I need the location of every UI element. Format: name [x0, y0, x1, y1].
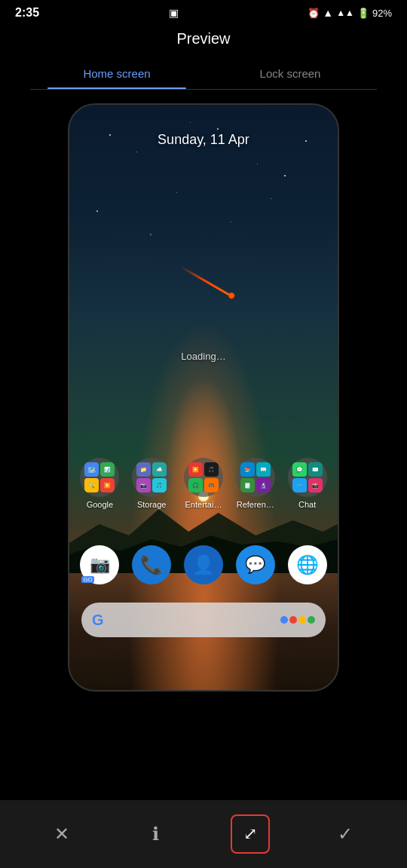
expand-icon: ⤢	[243, 824, 257, 844]
google-dots	[280, 616, 315, 624]
app-label-google: Google	[87, 500, 113, 509]
camera-icon: 📷	[90, 555, 110, 575]
app-label-reference: Referen…	[237, 500, 274, 509]
header: Preview	[0, 23, 407, 60]
loading-text: Loading…	[69, 351, 338, 362]
dot-green	[308, 616, 315, 624]
dot-red	[289, 616, 297, 624]
app-chrome[interactable]: 🌐	[285, 545, 330, 584]
close-button[interactable]: ✕	[43, 815, 81, 853]
app-google[interactable]: 🗺️ 📊 🔍 ▶️ Google	[77, 458, 122, 509]
signal-icon: ▲▲	[336, 8, 354, 18]
phone-preview: Sunday, 11 Apr Loading… 🗺️ 📊 🔍 ▶️ Google…	[68, 103, 339, 692]
dot-blue	[280, 616, 288, 624]
app-label-entertainment: Entertai…	[185, 500, 222, 509]
expand-button[interactable]: ⤢	[231, 814, 270, 854]
battery-percent: 92%	[372, 8, 392, 19]
close-icon: ✕	[54, 824, 69, 845]
app-messages[interactable]: 💬	[233, 545, 278, 584]
status-screen-icon: ▣	[169, 7, 179, 19]
app-row-2: 📷 GO 📞 👤 💬 🌐	[77, 545, 330, 584]
chrome-icon: 🌐	[296, 554, 319, 575]
alarm-icon: ⏰	[308, 8, 320, 19]
battery-icon: 🔋	[357, 8, 369, 19]
contacts-icon: 👤	[192, 554, 215, 575]
tab-home-screen[interactable]: Home screen	[30, 60, 204, 89]
dot-yellow	[298, 616, 306, 624]
app-entertainment[interactable]: ▶️ 🎵 🎧 🎮 Entertai…	[181, 458, 226, 509]
info-icon: ℹ	[152, 824, 159, 845]
app-reference[interactable]: 📚 📖 🗒️ 🔬 Referen…	[233, 458, 278, 509]
confirm-button[interactable]: ✓	[326, 815, 364, 853]
google-g-logo: G	[92, 612, 104, 629]
app-chat[interactable]: 💬 ✉️ 🐦 📸 Chat	[285, 458, 330, 509]
info-button[interactable]: ℹ	[137, 815, 175, 853]
bottom-nav: ✕ ℹ ⤢ ✓	[0, 800, 407, 868]
page-title: Preview	[176, 30, 230, 47]
check-icon: ✓	[338, 824, 353, 845]
messages-icon: 💬	[245, 555, 265, 575]
tabs-container: Home screen Lock screen	[30, 60, 377, 90]
app-camera[interactable]: 📷 GO	[77, 545, 122, 584]
phone-date: Sunday, 11 Apr	[69, 132, 338, 148]
app-row-1: 🗺️ 📊 🔍 ▶️ Google 📁 ☁️ 📷 🎵 Storage ▶️ 🎵 🎧	[77, 458, 330, 509]
phone-icon: 📞	[140, 554, 163, 575]
app-storage[interactable]: 📁 ☁️ 📷 🎵 Storage	[129, 458, 174, 509]
go-badge: GO	[81, 576, 93, 583]
app-phone[interactable]: 📞	[129, 545, 174, 584]
app-label-storage: Storage	[137, 500, 167, 509]
status-time: 2:35	[15, 6, 39, 20]
wifi-icon: ▲	[323, 7, 333, 19]
search-bar[interactable]: G	[81, 603, 326, 637]
status-icons: ⏰ ▲ ▲▲ 🔋 92%	[308, 7, 392, 19]
app-contacts[interactable]: 👤	[181, 545, 226, 584]
status-bar: 2:35 ▣ ⏰ ▲ ▲▲ 🔋 92%	[0, 0, 407, 23]
app-label-chat: Chat	[298, 500, 316, 509]
tab-lock-screen[interactable]: Lock screen	[204, 60, 377, 89]
